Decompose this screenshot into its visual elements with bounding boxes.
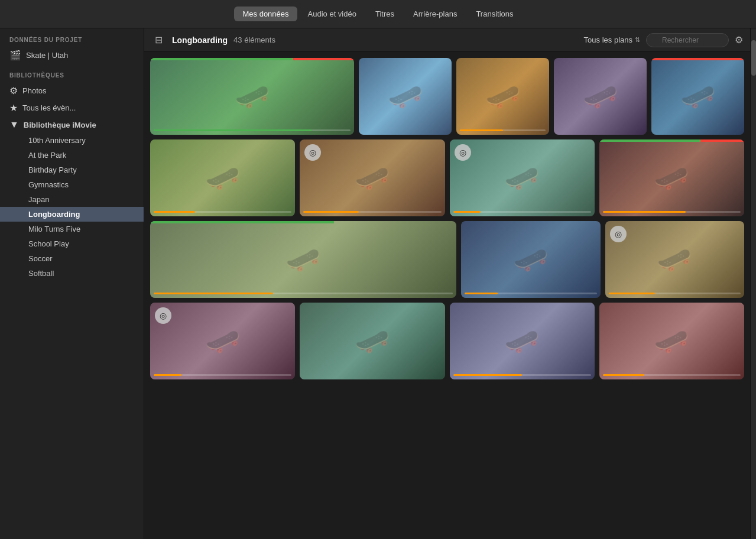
clip-c5[interactable]: 🛹 — [651, 58, 744, 135]
sidebar-item-milo-turns-five[interactable]: Milo Turns Five — [0, 222, 144, 236]
grid-row-1: 🛹 🛹 🛹 — [150, 58, 744, 135]
photos-label: Photos — [22, 86, 46, 95]
clip-progress-c8 — [453, 211, 591, 213]
grid-row-2: 🛹 🛹 ◎ 🛹 — [150, 139, 744, 216]
sidebar-item-softball[interactable]: Softball — [0, 266, 144, 281]
search-input[interactable] — [646, 33, 729, 47]
school-play-label: School Play — [28, 239, 69, 248]
clip-c16[interactable]: 🛹 — [599, 303, 744, 379]
clip-c11[interactable]: 🛹 — [461, 221, 600, 298]
clip-c8[interactable]: 🛹 ◎ — [450, 139, 595, 216]
project-section-title: DONNÉES DU PROJET — [0, 28, 144, 47]
triangle-icon: ▼ — [9, 119, 19, 130]
layout-button[interactable]: ⊟ — [151, 33, 166, 47]
top-toolbar: Mes données Audio et vidéo Titres Arrièr… — [0, 0, 756, 28]
settings-button[interactable]: ⚙ — [735, 34, 743, 46]
chevron-up-down-icon: ⇅ — [635, 36, 640, 44]
video-grid: 🛹 🛹 🛹 — [144, 52, 750, 539]
scrollbar-thumb[interactable] — [751, 40, 756, 76]
clip-progress-c15 — [453, 374, 591, 376]
sidebar-item-10th-anniversary[interactable]: 10th Anniversary — [0, 133, 144, 148]
clip-spinner-c13: ◎ — [155, 307, 171, 324]
soccer-label: Soccer — [28, 254, 52, 263]
softball-label: Softball — [28, 269, 54, 278]
clip-top-bar-c5 — [651, 58, 744, 60]
libraries-section-title: BIBLIOTHÈQUES — [0, 64, 144, 82]
clip-c2[interactable]: 🛹 — [359, 58, 452, 135]
clip-progress-c12 — [609, 293, 741, 294]
clip-c12[interactable]: 🛹 ◎ — [605, 221, 744, 298]
tab-mes-donnees[interactable]: Mes données — [234, 7, 297, 21]
sidebar-item-photos[interactable]: ⚙ Photos — [0, 82, 144, 99]
clip-c15[interactable]: 🛹 — [450, 303, 595, 379]
milo-turns-five-label: Milo Turns Five — [28, 225, 80, 233]
at-the-park-label: At the Park — [28, 151, 66, 160]
sidebar-item-soccer[interactable]: Soccer — [0, 251, 144, 266]
clip-c7[interactable]: 🛹 ◎ — [300, 139, 444, 216]
content-count: 43 éléments — [233, 35, 275, 44]
content-title: Longboarding — [172, 35, 228, 45]
sidebar-item-japan[interactable]: Japan — [0, 192, 144, 207]
grid-row-3: 🛹 🛹 — [150, 221, 744, 298]
gymnastics-label: Gymnastics — [28, 180, 69, 189]
grid-row-4: 🛹 ◎ 🛹 🛹 — [150, 303, 744, 379]
photos-icon: ⚙ — [9, 85, 18, 96]
clip-top-bar-c9 — [599, 139, 744, 142]
right-scrollbar[interactable] — [750, 28, 756, 539]
filter-label: Tous les plans — [584, 35, 632, 44]
clip-c9[interactable]: 🛹 — [599, 139, 744, 216]
content-toolbar: ⊟ Longboarding 43 éléments Tous les plan… — [144, 28, 750, 52]
project-label: Skate | Utah — [26, 51, 68, 60]
japan-label: Japan — [28, 195, 49, 204]
tab-titres[interactable]: Titres — [367, 7, 403, 21]
tab-arriere-plans[interactable]: Arrière-plans — [405, 7, 465, 21]
clip-progress-c6 — [154, 211, 291, 213]
clip-spinner-c12: ◎ — [610, 226, 627, 242]
longboarding-label: Longboarding — [28, 210, 80, 219]
main-layout: DONNÉES DU PROJET 🎬 Skate | Utah BIBLIOT… — [0, 28, 756, 539]
search-wrapper: 🔍 — [646, 33, 729, 47]
clip-progress-c16 — [603, 374, 741, 376]
sidebar-item-at-the-park[interactable]: At the Park — [0, 148, 144, 163]
clip-progress-c10 — [154, 293, 453, 294]
imovie-library-label: Bibliothèque iMovie — [24, 121, 96, 129]
tab-transitions[interactable]: Transitions — [468, 7, 521, 21]
clip-progress-c13 — [154, 374, 291, 376]
clip-progress-c3 — [460, 129, 546, 131]
sidebar-item-imovie-library[interactable]: ▼ Bibliothèque iMovie — [0, 116, 144, 133]
sidebar-item-school-play[interactable]: School Play — [0, 236, 144, 251]
star-icon: ★ — [9, 102, 18, 113]
sidebar-item-longboarding[interactable]: Longboarding — [0, 207, 144, 222]
clip-progress-c11 — [465, 293, 596, 294]
sidebar: DONNÉES DU PROJET 🎬 Skate | Utah BIBLIOT… — [0, 28, 144, 539]
clip-c1[interactable]: 🛹 — [150, 58, 354, 135]
clip-spinner-c8: ◎ — [455, 144, 471, 161]
content-area: ⊟ Longboarding 43 éléments Tous les plan… — [144, 28, 750, 539]
sidebar-item-all-events[interactable]: ★ Tous les évèn... — [0, 99, 144, 116]
clip-top-bar-c1 — [150, 58, 354, 60]
clip-progress-c7 — [303, 211, 441, 213]
sidebar-item-project[interactable]: 🎬 Skate | Utah — [0, 47, 144, 64]
clip-c14[interactable]: 🛹 — [300, 303, 444, 379]
birthday-party-label: Birthday Party — [28, 165, 77, 174]
clip-c10[interactable]: 🛹 — [150, 221, 456, 298]
clip-progress-c9 — [603, 211, 741, 213]
clip-top-bar-c10 — [150, 221, 456, 223]
10th-anniversary-label: 10th Anniversary — [28, 136, 86, 145]
clip-c4[interactable]: 🛹 — [554, 58, 647, 135]
sidebar-item-gymnastics[interactable]: Gymnastics — [0, 177, 144, 192]
all-events-label: Tous les évèn... — [22, 103, 76, 112]
clip-c3[interactable]: 🛹 — [456, 58, 549, 135]
clapperboard-icon: 🎬 — [9, 50, 21, 61]
sidebar-item-birthday-party[interactable]: Birthday Party — [0, 163, 144, 177]
clip-progress-c1 — [154, 129, 351, 131]
clip-c6[interactable]: 🛹 — [150, 139, 295, 216]
tab-audio-video[interactable]: Audio et vidéo — [300, 7, 365, 21]
clip-c13[interactable]: 🛹 ◎ — [150, 303, 295, 379]
